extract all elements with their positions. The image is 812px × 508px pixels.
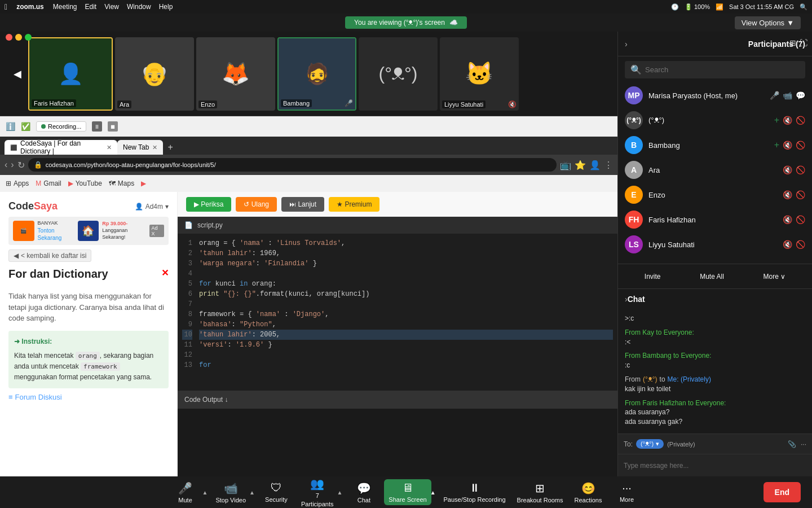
marisa-video-icon[interactable]: 📹 bbox=[783, 91, 792, 100]
forward-button[interactable]: › bbox=[11, 160, 14, 170]
fullscreen-icon[interactable]: ⛶ bbox=[800, 38, 807, 47]
pause-recording-button[interactable]: ⏸ bbox=[92, 121, 102, 132]
share-screen-button[interactable]: 🖥 Share Screen bbox=[384, 479, 431, 505]
stop-recording-button[interactable]: ⏹ bbox=[108, 121, 118, 132]
collapse-participants-button[interactable]: › bbox=[625, 40, 628, 49]
menubar-search[interactable]: 🔍 bbox=[800, 3, 807, 11]
faris-mic-icon[interactable]: 🔇 bbox=[783, 215, 792, 224]
forum-link[interactable]: ≡ Forum Diskusi bbox=[8, 393, 169, 401]
more-actions-button[interactable]: More ∨ bbox=[763, 273, 785, 281]
apps-label: Apps bbox=[14, 179, 29, 187]
search-input[interactable] bbox=[645, 65, 800, 74]
view-options-button[interactable]: View Options ▼ bbox=[735, 16, 801, 29]
participants-caret[interactable]: ▲ bbox=[336, 487, 343, 498]
back-nav[interactable]: ◀ bbox=[14, 68, 21, 80]
lanjut-button[interactable]: ⏭ Lanjut bbox=[281, 197, 324, 212]
chat-button[interactable]: 💬 Chat bbox=[346, 479, 382, 506]
liyyu-mic-icon[interactable]: 🔇 bbox=[783, 240, 792, 249]
main-layout: ◀ 👤 Faris Hafizhan 👴 Ara 🦊 bbox=[0, 32, 812, 476]
marisa-chat-icon[interactable]: 💬 bbox=[796, 91, 805, 100]
chat-file-icon[interactable]: 📎 bbox=[788, 440, 796, 448]
bookmark-youtube[interactable]: ▶ YouTube bbox=[68, 179, 102, 187]
chat-msg-1-text: >:c bbox=[625, 314, 805, 323]
search-box[interactable]: 🔍 bbox=[625, 61, 805, 78]
premium-button[interactable]: ★ Premium bbox=[329, 197, 379, 212]
window-maximize[interactable] bbox=[25, 34, 32, 41]
ulang-button[interactable]: ↺ Ulang bbox=[236, 197, 277, 212]
anon-video-muted-icon[interactable]: 🚫 bbox=[796, 116, 805, 125]
chat-header[interactable]: › Chat bbox=[618, 289, 812, 309]
chat-more-icon[interactable]: ··· bbox=[801, 440, 806, 448]
security-button[interactable]: 🛡 Security bbox=[258, 479, 294, 505]
share-caret[interactable]: ▲ bbox=[429, 487, 437, 498]
mute-button[interactable]: 🎤 Mute bbox=[167, 479, 204, 506]
anon-add-icon[interactable]: + bbox=[774, 115, 779, 125]
code-content[interactable]: 12345 6789 10 111213 orang = { 'nama' : … bbox=[178, 234, 617, 391]
anon-emoji: (°ᴥ°) bbox=[379, 63, 418, 84]
window-minimize[interactable] bbox=[15, 34, 22, 41]
url-bar[interactable]: 🔒 codesaya.com/python/loop-atau-pengulan… bbox=[28, 158, 557, 172]
chat-to-recipient[interactable]: (°ᴥ°) ▾ bbox=[636, 439, 664, 449]
code-editor-area[interactable]: 📄 script.py 12345 6789 10 111213 o bbox=[178, 217, 617, 476]
browser-area: ⬛ CodeSaya | For dan Dictionary | ✕ New … bbox=[0, 137, 617, 476]
window-close[interactable] bbox=[6, 34, 12, 41]
anon-mic-muted-icon[interactable]: 🔇 bbox=[783, 116, 792, 125]
bookmark-maps[interactable]: 🗺 Maps bbox=[109, 179, 134, 187]
chat-input[interactable] bbox=[624, 462, 806, 470]
bambang-add-icon[interactable]: + bbox=[774, 140, 779, 150]
breakout-rooms-button[interactable]: ⊞ Breakout Rooms bbox=[513, 479, 568, 506]
bookmark-gmail[interactable]: M Gmail bbox=[36, 179, 61, 187]
profile-btn[interactable]: 👤 bbox=[589, 160, 601, 170]
browser-tab-newtab[interactable]: New Tab ✕ bbox=[117, 140, 163, 155]
back-button[interactable]: ‹ bbox=[5, 160, 7, 170]
ara-mic-icon[interactable]: 🔇 bbox=[783, 165, 792, 174]
faris-icon: 👤 bbox=[58, 62, 83, 86]
bambang-video-icon[interactable]: 🚫 bbox=[796, 141, 805, 150]
liyyu-video-icon[interactable]: 🚫 bbox=[796, 240, 805, 249]
new-tab-button[interactable]: + bbox=[163, 140, 177, 155]
video-caret[interactable]: ▲ bbox=[248, 487, 256, 498]
bookmark-other[interactable]: ▶ bbox=[141, 179, 146, 187]
menu-view[interactable]: View bbox=[104, 3, 119, 11]
browser-tab-codesaya[interactable]: ⬛ CodeSaya | For dan Dictionary | ✕ bbox=[5, 140, 117, 155]
ad-close[interactable]: Ad X bbox=[149, 225, 164, 237]
bookmark-apps[interactable]: ⊞ Apps bbox=[6, 179, 29, 187]
code-text[interactable]: orang = { 'nama' : 'Linus Torvalds', 'ta… bbox=[195, 234, 617, 391]
pause-stop-recording-button[interactable]: ⏸ Pause/Stop Recording bbox=[439, 479, 510, 505]
apple-icon[interactable]:  bbox=[5, 2, 7, 11]
enzo-mic-icon[interactable]: 🔇 bbox=[783, 190, 792, 199]
ara-video-icon[interactable]: 🚫 bbox=[796, 165, 805, 174]
file-tab[interactable]: 📄 script.py bbox=[178, 217, 617, 234]
marisa-mic-icon[interactable]: 🎤 bbox=[770, 91, 779, 100]
screen-share-btn[interactable]: 📺 bbox=[560, 160, 571, 170]
reload-button[interactable]: ↻ bbox=[17, 160, 25, 170]
tab-close-2[interactable]: ✕ bbox=[152, 144, 157, 151]
more-btn[interactable]: ⋮ bbox=[604, 160, 613, 170]
menu-edit[interactable]: Edit bbox=[85, 3, 97, 11]
more-button[interactable]: ··· More bbox=[608, 479, 645, 505]
tab-close-1[interactable]: ✕ bbox=[107, 144, 112, 151]
invite-button[interactable]: Invite bbox=[645, 273, 661, 281]
ad-text-2: Rp 39.000- Langganan Sekarang! bbox=[102, 221, 149, 240]
stop-video-button[interactable]: 📹 Stop Video bbox=[211, 479, 250, 506]
lesson-description: Tidak hanya list yang bisa menggunakan f… bbox=[8, 291, 169, 324]
enzo-video-icon[interactable]: 🚫 bbox=[796, 190, 805, 199]
periksa-button[interactable]: ▶ Periksa bbox=[186, 197, 231, 212]
menu-meeting[interactable]: Meeting bbox=[53, 3, 77, 11]
user-menu[interactable]: 👤 Ad4m ▾ bbox=[135, 203, 169, 211]
app-name[interactable]: zoom.us bbox=[16, 3, 44, 11]
bambang-mic-icon[interactable]: 🔇 bbox=[783, 141, 792, 150]
mute-caret[interactable]: ▲ bbox=[201, 487, 209, 498]
end-button[interactable]: End bbox=[764, 482, 801, 502]
menu-help[interactable]: Help bbox=[159, 3, 173, 11]
menu-window[interactable]: Window bbox=[127, 3, 151, 11]
back-to-list-button[interactable]: ◀ < kembali ke daftar isi bbox=[8, 249, 91, 262]
reactions-button[interactable]: 😊 Reactions bbox=[570, 479, 607, 506]
participant-tile-anon: (°ᴥ°) bbox=[359, 37, 438, 111]
bookmark-btn[interactable]: ⭐ bbox=[575, 160, 586, 170]
close-lesson-button[interactable]: ✕ bbox=[161, 268, 169, 278]
participants-button[interactable]: 👥 7 Participants bbox=[297, 475, 338, 508]
mute-all-button[interactable]: Mute All bbox=[700, 273, 724, 281]
grid-view-icon[interactable]: ⊞ bbox=[789, 38, 796, 47]
faris-video-icon[interactable]: 🚫 bbox=[796, 215, 805, 224]
